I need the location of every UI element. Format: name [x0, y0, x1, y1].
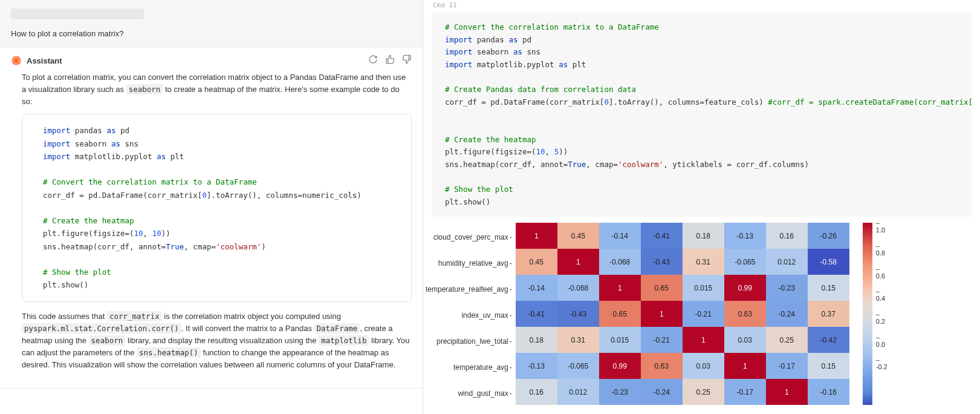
heatmap-row-label: temperature_realfeel_avg - [426, 276, 516, 302]
colorbar-tick: – -0.2 [876, 356, 888, 370]
user-message: How to plot a correlation matrix? [0, 0, 423, 47]
heatmap-cell: -0.23 [599, 379, 641, 405]
heatmap-cell: -0.13 [516, 353, 557, 379]
heatmap-cell: -0.21 [683, 301, 724, 327]
notebook-code[interactable]: # Convert the correlation matrix to a Da… [432, 21, 972, 208]
heatmap-cell: 1 [599, 275, 641, 301]
notebook-output: cloud_cover_perc_max -humidity_relative_… [423, 217, 980, 414]
heatmap-cell: -0.24 [766, 301, 808, 327]
heatmap-cell: 1 [724, 353, 766, 379]
colorbar-tick: – 0.6 [876, 265, 885, 280]
heatmap-row-label: precipitation_lwe_total - [426, 328, 516, 354]
heatmap-cell: 0.63 [724, 301, 766, 327]
heatmap-row-label: cloud_cover_perc_max - [426, 224, 516, 250]
heatmap-grid: 10.45-0.14-0.410.18-0.130.16-0.260.451-0… [516, 223, 849, 414]
heatmap-cell: 0.63 [641, 353, 683, 379]
heatmap-cell: 0.15 [808, 275, 849, 301]
assistant-code[interactable]: import pandas as pd import seaborn as sn… [22, 124, 411, 291]
heatmap-cell: -0.065 [724, 249, 766, 275]
heatmap-row: 10.45-0.14-0.410.18-0.130.16-0.26 [516, 223, 849, 249]
heatmap-cell: -0.58 [808, 249, 849, 275]
thumbs-down-icon[interactable] [402, 54, 412, 67]
assistant-header: Assistant [0, 47, 423, 71]
heatmap-cell: 0.015 [683, 275, 724, 301]
heatmap-cell: -0.16 [808, 379, 849, 405]
heatmap-cell: 0.31 [557, 327, 599, 353]
heatmap-cell: 1 [557, 249, 599, 275]
heatmap-cell: -0.43 [557, 301, 599, 327]
inline-code-seaborn: seaborn [126, 84, 163, 94]
heatmap-cell: 0.015 [599, 327, 641, 353]
colorbar-tick: – 1.0 [876, 219, 885, 234]
heatmap-row-label: wind_gust_max - [426, 380, 516, 406]
heatmap-cell: -0.17 [724, 379, 766, 405]
heatmap-cell: -0.13 [724, 223, 766, 249]
heatmap-plot: cloud_cover_perc_max -humidity_relative_… [426, 223, 978, 414]
heatmap-cell: 0.16 [766, 223, 808, 249]
heatmap-cell: -0.068 [599, 249, 641, 275]
inline-code-sns: seaborn [89, 335, 126, 346]
inline-code-pyspark: pyspark.ml.stat.Correlation.corr() [22, 323, 181, 334]
heatmap-cell: 0.25 [683, 379, 724, 405]
inline-code-heatmapfn: sns.heatmap() [137, 347, 201, 358]
regenerate-icon[interactable] [368, 54, 378, 67]
command-number-label: Cmd 11 [423, 0, 980, 10]
heatmap-cell: 1 [516, 223, 557, 249]
heatmap-cell: -0.14 [599, 223, 641, 249]
notebook-code-cell[interactable]: # Convert the correlation matrix to a Da… [432, 13, 972, 217]
heatmap-cell: 0.03 [724, 327, 766, 353]
assistant-icon [11, 55, 22, 66]
heatmap-cell: -0.26 [808, 223, 849, 249]
heatmap-cell: 0.25 [766, 327, 808, 353]
heatmap-row-label: humidity_relative_avg - [426, 250, 516, 276]
heatmap-cell: 0.012 [766, 249, 808, 275]
heatmap-cell: -0.23 [766, 275, 808, 301]
heatmap-cell: -0.43 [641, 249, 683, 275]
heatmap-cell: 0.45 [516, 249, 557, 275]
heatmap-cell: 0.16 [516, 379, 557, 405]
colorbar-tick: – 0.0 [876, 334, 885, 348]
colorbar: – 1.0– 0.8– 0.6– 0.4– 0.2– 0.0– -0.2 [849, 223, 898, 414]
user-header-placeholder [11, 8, 144, 19]
heatmap-cell: 0.99 [724, 275, 766, 301]
inline-code-dataframe: DataFrame [314, 323, 360, 334]
heatmap-cell: 0.012 [557, 379, 599, 405]
inline-code-corrmatrix: corr_matrix [107, 311, 162, 321]
heatmap-row-label: index_uv_max - [426, 302, 516, 328]
heatmap-cell: 1 [641, 301, 683, 327]
heatmap-cell: 0.03 [683, 353, 724, 379]
heatmap-cell: -0.14 [516, 275, 557, 301]
heatmap-row: 0.160.012-0.23-0.240.25-0.171-0.16 [516, 379, 849, 405]
heatmap-cell: 0.18 [516, 327, 557, 353]
heatmap-cell: 0.15 [808, 353, 849, 379]
heatmap-cell: 0.65 [599, 301, 641, 327]
heatmap-cell: -0.41 [641, 223, 683, 249]
assistant-outro: This code assumes that corr_matrix is th… [22, 310, 412, 372]
assistant-code-block: import pandas as pd import seaborn as sn… [22, 114, 412, 301]
colorbar-gradient [863, 223, 872, 405]
user-question-text: How to plot a correlation matrix? [11, 29, 412, 38]
heatmap-cell: 0.37 [808, 301, 849, 327]
heatmap-cell: -0.065 [557, 353, 599, 379]
inline-code-mpl: matplotlib [319, 335, 369, 346]
heatmap-cell: 0.99 [599, 353, 641, 379]
svg-point-0 [12, 56, 21, 65]
chat-panel: How to plot a correlation matrix? Assist… [0, 0, 423, 414]
heatmap-cell: -0.17 [766, 353, 808, 379]
colorbar-tick: – 0.2 [876, 310, 885, 325]
assistant-label: Assistant [27, 56, 368, 65]
heatmap-row: -0.41-0.430.651-0.210.63-0.240.37 [516, 301, 849, 327]
heatmap-cell: 0.31 [683, 249, 724, 275]
assistant-actions [368, 54, 412, 67]
thumbs-up-icon[interactable] [385, 54, 395, 67]
heatmap-cell: -0.21 [641, 327, 683, 353]
colorbar-tick: – 0.4 [876, 288, 885, 302]
heatmap-row: 0.180.310.015-0.2110.030.25-0.42 [516, 327, 849, 353]
heatmap-cell: -0.068 [557, 275, 599, 301]
heatmap-row: -0.13-0.0650.990.630.031-0.170.15 [516, 353, 849, 379]
assistant-intro: To plot a correlation matrix, you can co… [22, 71, 412, 108]
assistant-body: To plot a correlation matrix, you can co… [0, 71, 423, 388]
heatmap-row: 0.451-0.068-0.430.31-0.0650.012-0.58 [516, 249, 849, 275]
heatmap-cell: -0.41 [516, 301, 557, 327]
heatmap-row-label: temperature_avg - [426, 354, 516, 380]
